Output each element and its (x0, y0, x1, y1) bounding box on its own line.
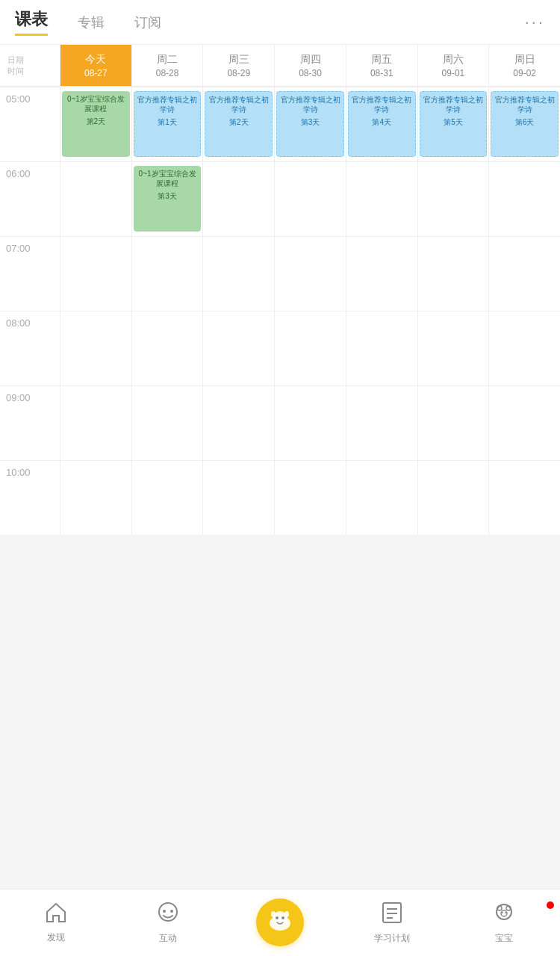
day2-cell-0800 (203, 311, 274, 385)
day3-cell-1000 (275, 460, 346, 535)
day-column-1: 官方推荐专辑之初学诗 第1天 0~1岁宝宝综合发展课程 第3天 (131, 87, 203, 535)
event-day4-0500[interactable]: 官方推荐专辑之初学诗 第4天 (348, 91, 416, 157)
event-day1-0600[interactable]: 0~1岁宝宝综合发展课程 第3天 (134, 166, 202, 232)
day-header-5[interactable]: 周六 09-01 (417, 45, 489, 86)
bottom-navigation: 发现 互动 (0, 889, 560, 956)
day2-cell-0600 (203, 161, 274, 236)
center-button-circle (256, 898, 304, 946)
day1-cell-1000 (132, 460, 203, 535)
svg-point-1 (163, 910, 166, 913)
day4-cell-0800 (346, 311, 417, 385)
nav-tab-schedule[interactable]: 课表 (15, 8, 48, 36)
calendar-body: 05:00 06:00 07:00 08:00 09:00 10:00 0~1岁… (0, 87, 560, 535)
day0-cell-0700 (60, 236, 131, 311)
nav-study-plan-label: 学习计划 (374, 932, 410, 945)
day4-cell-0700 (346, 236, 417, 311)
day0-cell-0900 (60, 385, 131, 460)
day1-cell-0700 (132, 236, 203, 311)
baby-icon (492, 901, 516, 929)
nav-study-plan[interactable]: 学习计划 (336, 901, 448, 945)
day6-cell-0500: 官方推荐专辑之初学诗 第6天 (489, 87, 560, 161)
day4-cell-1000 (346, 460, 417, 535)
day2-cell-1000 (203, 460, 274, 535)
home-icon (45, 902, 67, 928)
day5-cell-0700 (418, 236, 489, 311)
day2-cell-0500: 官方推荐专辑之初学诗 第2天 (203, 87, 274, 161)
day5-cell-0500: 官方推荐专辑之初学诗 第5天 (418, 87, 489, 161)
nav-baby[interactable]: 宝宝 (448, 901, 560, 945)
nav-interact[interactable]: 互动 (112, 901, 224, 945)
svg-point-7 (271, 911, 276, 917)
day-column-2: 官方推荐专辑之初学诗 第2天 (202, 87, 274, 535)
day4-cell-0900 (346, 385, 417, 460)
day3-cell-0800 (275, 311, 346, 385)
day4-cell-0600 (346, 161, 417, 236)
day-column-3: 官方推荐专辑之初学诗 第3天 (274, 87, 346, 535)
svg-point-6 (281, 916, 284, 919)
day3-cell-0600 (275, 161, 346, 236)
day6-cell-0900 (489, 385, 560, 460)
day0-cell-0500: 0~1岁宝宝综合发展课程 第2天 (60, 87, 131, 161)
svg-point-16 (501, 910, 507, 916)
nav-tab-album[interactable]: 专辑 (78, 13, 105, 31)
day-column-4: 官方推荐专辑之初学诗 第4天 (346, 87, 417, 535)
center-mascot-icon (265, 907, 295, 937)
day-column-5: 官方推荐专辑之初学诗 第5天 (417, 87, 489, 535)
nav-tab-subscribe[interactable]: 订阅 (134, 13, 161, 31)
nav-baby-label: 宝宝 (495, 932, 513, 945)
day2-cell-0700 (203, 236, 274, 311)
day6-cell-1000 (489, 460, 560, 535)
svg-point-2 (170, 910, 173, 913)
day0-cell-0800 (60, 311, 131, 385)
day-header-2[interactable]: 周三 08-29 (202, 45, 274, 86)
event-day5-0500[interactable]: 官方推荐专辑之初学诗 第5天 (420, 91, 488, 157)
day-header-4[interactable]: 周五 08-31 (346, 45, 417, 86)
day0-cell-1000 (60, 460, 131, 535)
nav-home-center[interactable] (224, 898, 336, 948)
nav-interact-label: 互动 (159, 932, 177, 945)
day-header-0[interactable]: 今天 08-27 (60, 45, 131, 86)
day3-cell-0700 (275, 236, 346, 311)
time-slot-0800: 08:00 (0, 311, 60, 385)
day-header-1[interactable]: 周二 08-28 (131, 45, 203, 86)
day-header-3[interactable]: 周四 08-30 (274, 45, 346, 86)
day5-cell-0600 (418, 161, 489, 236)
day6-cell-0700 (489, 236, 560, 311)
day3-cell-0900 (275, 385, 346, 460)
header-corner: 日期 时间 (0, 45, 60, 86)
svg-point-8 (284, 911, 289, 917)
day-column-6: 官方推荐专辑之初学诗 第6天 (488, 87, 560, 535)
time-slot-0500: 05:00 (0, 87, 60, 161)
day1-cell-0600: 0~1岁宝宝综合发展课程 第3天 (132, 161, 203, 236)
svg-point-13 (497, 904, 511, 919)
top-navigation: 课表 专辑 订阅 ··· (0, 0, 560, 45)
time-slot-1000: 10:00 (0, 460, 60, 535)
event-day3-0500[interactable]: 官方推荐专辑之初学诗 第3天 (276, 91, 344, 157)
event-day0-0500[interactable]: 0~1岁宝宝综合发展课程 第2天 (62, 91, 130, 157)
event-day6-0500[interactable]: 官方推荐专辑之初学诗 第6天 (491, 91, 559, 157)
day1-cell-0500: 官方推荐专辑之初学诗 第1天 (132, 87, 203, 161)
day3-cell-0500: 官方推荐专辑之初学诗 第3天 (275, 87, 346, 161)
event-day1-0500[interactable]: 官方推荐专辑之初学诗 第1天 (134, 91, 202, 157)
days-grid: 0~1岁宝宝综合发展课程 第2天 官方推荐专辑之初学诗 第1天 (60, 87, 560, 535)
day4-cell-0500: 官方推荐专辑之初学诗 第4天 (346, 87, 417, 161)
calendar-header: 日期 时间 今天 08-27 周二 08-28 周三 08-29 周四 08-3… (0, 45, 560, 87)
day1-cell-0800 (132, 311, 203, 385)
svg-point-5 (276, 916, 279, 919)
svg-point-17 (502, 912, 503, 913)
day6-cell-0800 (489, 311, 560, 385)
time-slot-0900: 09:00 (0, 385, 60, 460)
event-day2-0500[interactable]: 官方推荐专辑之初学诗 第2天 (205, 91, 273, 157)
day2-cell-0900 (203, 385, 274, 460)
more-options[interactable]: ··· (525, 13, 545, 32)
time-slot-0600: 06:00 (0, 161, 60, 236)
day5-cell-0900 (418, 385, 489, 460)
day-column-0: 0~1岁宝宝综合发展课程 第2天 (60, 87, 131, 535)
baby-badge (547, 901, 554, 909)
nav-discover[interactable]: 发现 (0, 902, 112, 944)
day5-cell-0800 (418, 311, 489, 385)
day5-cell-1000 (418, 460, 489, 535)
day0-cell-0600 (60, 161, 131, 236)
day-header-6[interactable]: 周日 09-02 (488, 45, 560, 86)
day1-cell-0900 (132, 385, 203, 460)
